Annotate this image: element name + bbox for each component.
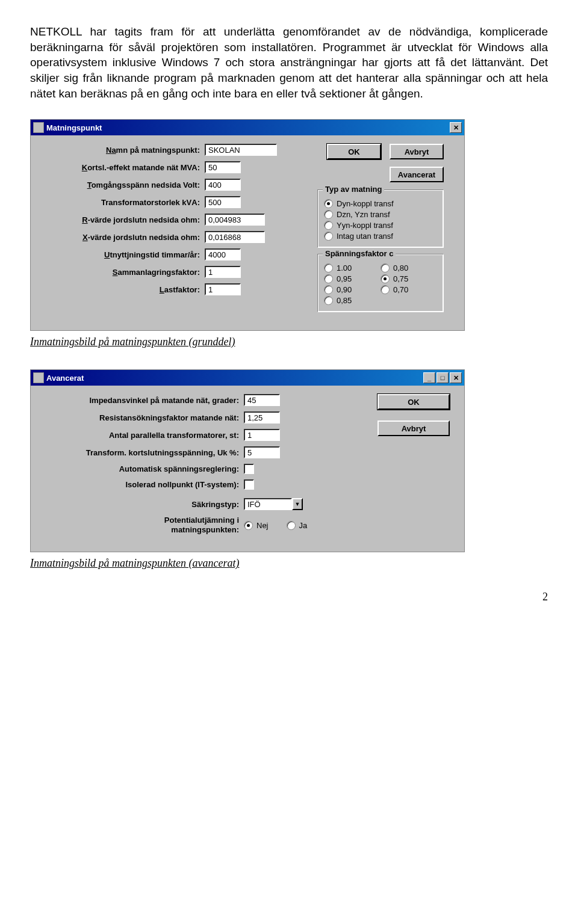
radio-085[interactable]: 0,85 [324, 296, 381, 305]
titlebar-2: Avancerat _ □ ✕ [31, 370, 464, 386]
dropdown-sakr[interactable]: ▼ [244, 498, 303, 510]
radio-090[interactable]: 0,90 [324, 285, 381, 294]
input-last[interactable] [205, 283, 241, 295]
input-kortsl[interactable] [205, 161, 241, 173]
label-imp: Impedansvinkel på matande nät, grader: [40, 396, 244, 405]
label-kortsl: Kortsl.-effekt matande nät MVA: [40, 163, 205, 172]
window-matningspunkt: Matningspunkt ✕ Namn på matningspunkt: K… [30, 119, 465, 331]
app-icon [33, 122, 44, 133]
cancel-button[interactable]: Avbryt [390, 144, 444, 159]
radio-pot-ja[interactable]: Ja [287, 521, 308, 530]
maximize-icon[interactable]: □ [437, 372, 449, 383]
group-typ-matning: Typ av matning Dyn-koppl transf Dzn, Yzn… [317, 189, 444, 248]
label-res: Resistansökningsfaktor matande nät: [40, 413, 244, 422]
window-avancerat: Avancerat _ □ ✕ Impedansvinkel på matand… [30, 369, 465, 552]
input-samman[interactable] [205, 266, 241, 278]
caption-2: Inmatningsbild på matningspunkten (avanc… [30, 557, 548, 570]
label-antal: Antal parallella transformatorer, st: [40, 431, 244, 440]
label-xvarde: X-värde jordslutn nedsida ohm: [40, 233, 205, 242]
radio-intag[interactable]: Intag utan transf [324, 232, 437, 241]
titlebar: Matningspunkt ✕ [31, 120, 464, 135]
input-imp[interactable] [244, 394, 280, 406]
label-uk: Transform. kortslutningsspänning, Uk %: [40, 448, 244, 457]
label-namn: Namn på matningspunkt: [40, 146, 205, 155]
radio-080[interactable]: 0,80 [381, 263, 437, 273]
minimize-icon[interactable]: _ [423, 372, 435, 383]
label-pot: Potentialutjämning i matningspunkten: [40, 516, 244, 534]
window-title: Matningspunkt [46, 123, 449, 132]
radio-100[interactable]: 1.00 [324, 263, 381, 273]
intro-paragraph: NETKOLL har tagits fram för att underlät… [30, 24, 548, 101]
radio-075[interactable]: 0,75 [381, 274, 437, 283]
label-isol: Isolerad nollpunkt (IT-system): [40, 480, 244, 489]
group-spanningsfaktor: Spänningsfaktor c 1.00 0,95 0,90 0,85 0,… [317, 254, 444, 312]
close-icon[interactable]: ✕ [450, 122, 462, 133]
label-auto: Automatisk spänningsreglering: [40, 464, 244, 473]
radio-pot-nej[interactable]: Nej [244, 521, 269, 530]
label-samman: Sammanlagringsfaktor: [40, 268, 205, 277]
input-rvarde[interactable] [205, 214, 265, 226]
ok-button-2[interactable]: OK [378, 394, 450, 410]
input-antal[interactable] [244, 429, 280, 441]
radio-yyn[interactable]: Yyn-koppl transf [324, 221, 437, 230]
input-utnyttj[interactable] [205, 248, 241, 260]
radio-070[interactable]: 0,70 [381, 285, 437, 294]
caption-1: Inmatningsbild på matningspunkten (grund… [30, 336, 548, 348]
radio-dyn[interactable]: Dyn-koppl transf [324, 199, 437, 208]
page-number: 2 [30, 591, 548, 603]
advanced-button[interactable]: Avancerat [390, 167, 444, 182]
input-tomg[interactable] [205, 179, 241, 191]
label-trafo: Transformatorstorlek kVА: [40, 198, 205, 207]
input-uk[interactable] [244, 446, 280, 458]
checkbox-auto[interactable] [244, 464, 254, 474]
input-trafo[interactable] [205, 196, 241, 208]
chevron-down-icon[interactable]: ▼ [292, 498, 303, 510]
dropdown-sakr-value[interactable] [244, 498, 292, 510]
app-icon [33, 372, 44, 383]
radio-dzn[interactable]: Dzn, Yzn transf [324, 210, 437, 219]
label-utnyttj: Utnyttjningstid timmar/år: [40, 250, 205, 259]
label-tomg: Tomgångsspänn nedsida Volt: [40, 180, 205, 189]
window-title-2: Avancerat [46, 374, 422, 383]
label-rvarde: R-värde jordslutn nedsida ohm: [40, 215, 205, 224]
input-namn[interactable] [205, 144, 277, 156]
label-last: Lastfaktor: [40, 285, 205, 294]
checkbox-isol[interactable] [244, 479, 254, 490]
close-icon[interactable]: ✕ [450, 372, 462, 383]
cancel-button-2[interactable]: Avbryt [378, 420, 450, 436]
ok-button[interactable]: OK [327, 144, 381, 159]
legend-typ: Typ av matning [323, 185, 384, 194]
input-res[interactable] [244, 411, 280, 424]
label-sakr: Säkringstyp: [40, 500, 244, 509]
legend-sf: Spänningsfaktor c [323, 249, 396, 258]
input-xvarde[interactable] [205, 231, 265, 243]
radio-095[interactable]: 0,95 [324, 274, 381, 283]
